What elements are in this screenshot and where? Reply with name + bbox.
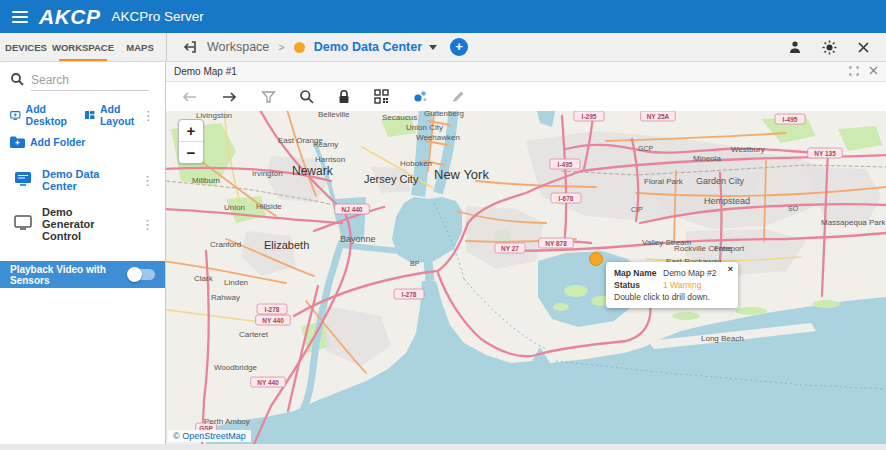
fullscreen-icon[interactable] [849,66,859,78]
map-canvas[interactable]: NJ 440I-278NY 440NY 440I-295NY 25AI-495I… [166,111,886,444]
tab-bar: DEVICES WORKSPACE MAPS [0,33,167,61]
map-place-label: Rahway [211,293,240,302]
sidebar-actions: Add Desktop Add Layout ⋮ Add Folder [0,93,165,161]
svg-text:I-678: I-678 [559,195,574,202]
add-desktop-button[interactable]: Add Desktop [10,103,71,127]
svg-text:NY 440: NY 440 [262,317,284,324]
warning-map-marker[interactable] [590,253,603,266]
svg-text:I-278: I-278 [265,306,280,313]
item-menu-icon[interactable]: ⋮ [138,174,157,187]
map-place-label: Floral Park [644,177,684,186]
top-header-bar: AKCP AKCPro Server [0,0,886,33]
sidebar-item-label: Demo Generator Control [42,206,128,242]
map-place-label: BP [410,260,420,267]
playback-toggle[interactable] [129,269,155,280]
map-place-label: Secaucus [382,113,417,122]
map-place-label: Newark [292,164,334,178]
map-place-label: Westbury [731,145,765,154]
svg-text:NJ 440: NJ 440 [342,206,363,213]
svg-text:I-495: I-495 [783,116,798,123]
content-area: Add Desktop Add Layout ⋮ Add Folder [0,62,886,444]
tooltip-map-name-label: Map Name [614,268,658,278]
search-input[interactable] [31,70,149,91]
map-tooltip: × Map Name Demo Map #2 Status 1 Warning … [606,262,738,308]
actions-menu-icon[interactable]: ⋮ [139,109,158,122]
sidebar-item-demo-generator-control[interactable]: Demo Generator Control ⋮ [0,199,165,249]
add-map-button[interactable]: + [450,38,468,56]
breadcrumb-current[interactable]: Demo Data Center [314,40,422,54]
playback-video-row[interactable]: Playback Video with Sensors [0,261,165,288]
sidebar: Add Desktop Add Layout ⋮ Add Folder [0,62,166,444]
route-shield: I-278 [257,304,287,314]
add-layout-icon [85,109,94,121]
map-place-label: New York [434,167,489,182]
tab-maps[interactable]: MAPS [114,33,166,61]
map-place-label: Guttenberg [424,111,464,118]
breadcrumb-root[interactable]: Workspace [207,40,269,54]
status-dot [294,42,305,53]
add-desktop-icon [10,109,21,122]
map-image[interactable]: NJ 440I-278NY 440NY 440I-295NY 25AI-495I… [166,111,886,444]
filter-icon[interactable] [261,90,276,104]
akcp-logo: AKCP [39,6,101,27]
osm-attribution-link[interactable]: © OpenStreetMap [168,430,251,442]
tooltip-close-icon[interactable]: × [728,265,733,274]
brightness-icon[interactable] [822,40,837,55]
tooltip-note: Double click to drill down. [614,292,730,302]
arrow-right-icon[interactable] [221,90,238,104]
sidebar-item-demo-data-center[interactable]: Demo Data Center ⋮ [0,161,165,199]
return-arrow-icon[interactable] [182,39,198,55]
route-shield: NY 440 [256,315,291,325]
route-shield: NY 135 [808,148,843,158]
zoom-in-button[interactable]: + [179,120,203,142]
tooltip-status-value: 1 Warning [663,280,701,290]
map-place-label: Elizabeth [264,239,309,251]
tab-devices[interactable]: DEVICES [0,33,52,61]
nav-row: DEVICES WORKSPACE MAPS Workspace > Demo … [0,33,886,62]
map-zoom-control[interactable]: + − [178,119,204,164]
svg-text:NY 25A: NY 25A [647,113,670,120]
sensors-icon[interactable] [412,89,428,104]
edit-pencil-icon[interactable] [451,89,466,104]
main-panel: Demo Map #1 [166,62,886,444]
route-shield: NY 440 [251,377,286,387]
close-icon[interactable] [857,41,870,54]
map-place-label: Hillside [256,202,282,211]
route-shield: I-678 [551,193,581,203]
add-layout-button[interactable]: Add Layout [85,103,138,127]
monitor-outline-icon [14,215,32,234]
svg-text:I-278: I-278 [402,291,417,298]
add-folder-button[interactable]: Add Folder [10,136,85,148]
arrow-left-icon[interactable] [181,90,198,104]
svg-text:NY 440: NY 440 [257,379,279,386]
breadcrumb-separator: > [278,41,284,53]
panel-title: Demo Map #1 [174,66,237,77]
map-place-label: Harrison [315,155,345,164]
panel-title-bar: Demo Map #1 [166,62,886,82]
map-place-label: Union [224,203,245,212]
playback-label: Playback Video with Sensors [10,264,123,286]
map-marker-layer[interactable] [590,253,603,266]
route-shield: I-495 [775,114,805,124]
tooltip-status-label: Status [614,280,658,290]
user-icon[interactable] [788,40,802,54]
close-icon[interactable] [869,66,878,77]
search-icon[interactable] [299,89,314,104]
tab-workspace[interactable]: WORKSPACE [52,33,114,61]
map-place-label: CIP [631,206,643,213]
qr-grid-icon[interactable] [374,89,389,104]
route-shield: NY 25A [641,111,676,121]
svg-text:NY 878: NY 878 [545,240,567,247]
svg-text:NY 135: NY 135 [814,150,836,157]
map-place-label: Linden [224,278,248,287]
route-shield: I-295 [574,111,604,121]
map-place-label: Hoboken [400,159,432,168]
item-menu-icon[interactable]: ⋮ [138,218,157,231]
menu-icon[interactable] [12,11,28,23]
map-place-label: Belleville [318,111,350,119]
lock-icon[interactable] [337,89,351,104]
chevron-down-icon[interactable] [429,45,437,50]
zoom-out-button[interactable]: − [179,142,203,163]
map-place-label: Weehawken [416,133,460,142]
map-place-label: Hempstead [704,196,750,206]
